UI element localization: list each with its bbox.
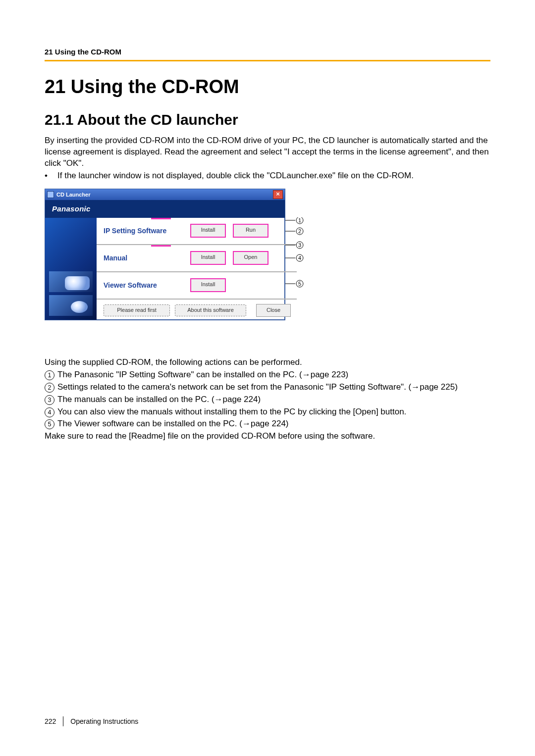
svg-text:4: 4	[298, 255, 301, 261]
intro-bullet-text: If the launcher window is not displayed,…	[57, 170, 414, 182]
launcher-figure: CD Launcher × Panasonic IP Setting Softw…	[45, 189, 490, 342]
page-header: 21 Using the CD-ROM	[45, 48, 490, 56]
intro-bullet: • If the launcher window is not displaye…	[45, 170, 490, 182]
svg-text:3: 3	[298, 242, 301, 248]
chapter-title: 21 Using the CD-ROM	[45, 76, 490, 98]
bullet-dot: •	[45, 170, 57, 182]
window-title: CD Launcher	[56, 192, 90, 198]
viewer-install-button[interactable]: Install	[190, 278, 226, 292]
callout-1: 1 The Panasonic "IP Setting Software" ca…	[45, 369, 490, 381]
manual-open-button[interactable]: Open	[233, 251, 268, 265]
svg-text:2: 2	[298, 228, 301, 234]
page: 21 Using the CD-ROM 21 Using the CD-ROM …	[0, 0, 535, 756]
bottom-row: Please read first About this software Cl…	[97, 300, 297, 321]
brand-text: Panasonic	[52, 204, 91, 213]
callout-lines-icon: 1 2 3 4 5	[285, 217, 305, 321]
ip-run-button[interactable]: Run	[233, 224, 268, 238]
callout-3-text: The manuals can be installed on the PC. …	[57, 394, 261, 405]
callout-5: 5 The Viewer software can be installed o…	[45, 418, 490, 430]
section-title: 21.1 About the CD launcher	[45, 111, 490, 128]
callout-4: 4 You can also view the manuals without …	[45, 406, 490, 418]
row-ip: IP Setting Software Install Run	[97, 218, 297, 245]
callout-1-text: The Panasonic "IP Setting Software" can …	[57, 369, 348, 381]
readme-button[interactable]: Please read first	[104, 304, 170, 316]
launcher-window: CD Launcher × Panasonic IP Setting Softw…	[45, 189, 285, 320]
row-manual: Manual Install Open	[97, 245, 297, 272]
callout-3: 3 The manuals can be installed on the PC…	[45, 394, 490, 405]
doc-title: Operating Instructions	[70, 717, 138, 725]
camera-thumb	[49, 271, 93, 292]
rows-column: IP Setting Software Install Run Manual I…	[97, 218, 297, 320]
callout-5-text: The Viewer software can be installed on …	[57, 418, 289, 430]
svg-text:1: 1	[298, 217, 301, 223]
dome-thumb	[49, 295, 93, 316]
callout-2: 2 Settings related to the camera's netwo…	[45, 382, 490, 393]
highlight-stub	[151, 245, 171, 247]
titlebar: CD Launcher ×	[45, 189, 285, 200]
intro-paragraph: By inserting the provided CD-ROM into th…	[45, 135, 490, 169]
header-rule	[45, 60, 490, 61]
callout-4-text: You can also view the manuals without in…	[57, 406, 406, 418]
row-viewer-label: Viewer Software	[104, 281, 190, 289]
close-icon[interactable]: ×	[273, 190, 283, 199]
launcher-body: IP Setting Software Install Run Manual I…	[45, 218, 285, 320]
thumb-column	[45, 218, 97, 320]
row-manual-label: Manual	[104, 254, 190, 262]
callout-2-text: Settings related to the camera's network…	[57, 382, 458, 393]
after-figure-intro: Using the supplied CD-ROM, the following…	[45, 357, 490, 368]
footer-sep	[63, 716, 63, 726]
footer: 222 Operating Instructions	[45, 716, 138, 726]
highlight-stub	[151, 218, 171, 219]
manual-install-button[interactable]: Install	[190, 251, 226, 265]
ip-install-button[interactable]: Install	[190, 224, 226, 238]
page-number: 222	[45, 717, 56, 725]
closing-paragraph: Make sure to read the [Readme] file on t…	[45, 431, 490, 442]
figure-callouts: 1 2 3 4 5	[285, 217, 302, 342]
about-button[interactable]: About this software	[175, 304, 246, 316]
brand-bar: Panasonic	[45, 200, 285, 218]
svg-text:5: 5	[298, 281, 301, 287]
row-ip-label: IP Setting Software	[104, 227, 190, 235]
row-viewer: Viewer Software Install	[97, 272, 297, 300]
app-icon	[47, 191, 54, 198]
